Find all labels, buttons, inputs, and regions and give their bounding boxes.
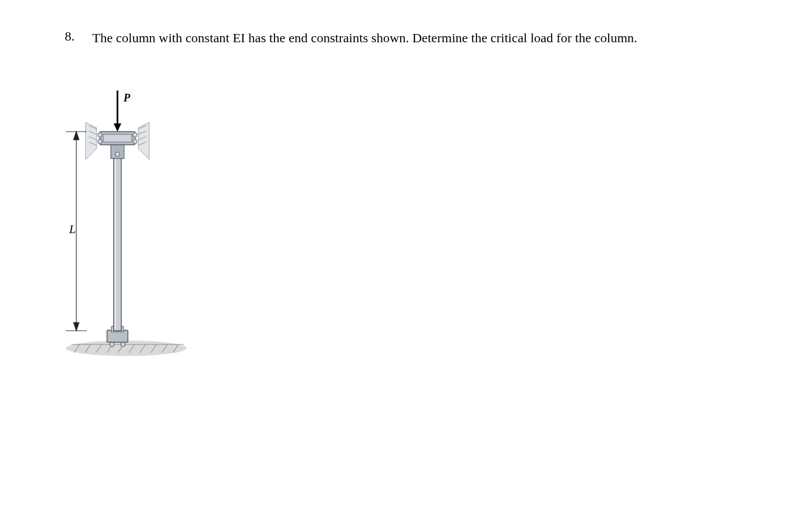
svg-point-16 (133, 133, 137, 137)
problem-statement: 8. The column with constant EI has the e… (65, 29, 696, 47)
svg-point-15 (98, 139, 102, 144)
load-label: P (123, 92, 131, 104)
svg-point-17 (133, 139, 137, 144)
problem-number: 8. (65, 29, 92, 44)
column-figure: P L (60, 80, 203, 370)
svg-rect-13 (103, 134, 132, 142)
roller-circle-icon (110, 342, 114, 347)
problem-text: The column with constant EI has the end … (92, 29, 637, 47)
svg-marker-31 (74, 132, 79, 140)
svg-marker-27 (114, 123, 121, 132)
svg-point-11 (115, 152, 120, 156)
ground-shadow-icon (66, 341, 187, 356)
svg-marker-32 (74, 322, 79, 331)
roller-circle-icon (121, 342, 125, 347)
svg-point-14 (98, 133, 102, 137)
load-arrow-icon (114, 90, 121, 132)
length-label: L (69, 222, 76, 236)
